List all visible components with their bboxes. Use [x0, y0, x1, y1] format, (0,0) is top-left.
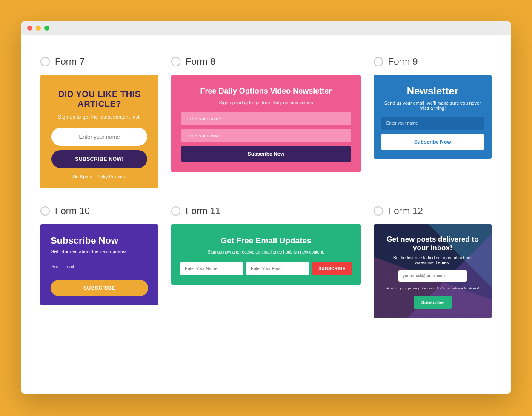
form-11-subtitle: Sign up now and receive an email once I … [180, 250, 351, 254]
form-8-title: Free Daily Options Video Newsletter [181, 87, 350, 96]
form-7-name-input[interactable] [51, 128, 147, 146]
select-form-12-radio[interactable] [374, 206, 383, 216]
form-9-subscribe-button[interactable]: Subscribe Now [381, 134, 484, 150]
form-12-title: Get new posts delivered to your inbox! [384, 235, 481, 252]
form-7-subtitle: Sign up to get the latest content first. [51, 114, 147, 120]
form-11-label: Form 11 [186, 205, 220, 217]
select-form-9-radio[interactable] [374, 57, 383, 66]
form-8-subscribe-button[interactable]: Subscribe Now [181, 146, 350, 162]
form-9-name-input[interactable] [381, 117, 484, 130]
form-8-subtitle: Sign up today to get free Daily options … [181, 100, 350, 105]
form-8-email-input[interactable] [181, 129, 350, 142]
minimize-icon[interactable] [36, 26, 41, 31]
gallery-item-form-12: Form 12 Get new posts delivered to your … [374, 205, 492, 318]
form-9-preview: Newsletter Send us your email, we'll mak… [374, 75, 492, 159]
form-7-subscribe-button[interactable]: SUBSCRIBE NOW! [51, 150, 147, 168]
form-11-email-input[interactable] [246, 262, 309, 275]
form-7-label: Form 7 [55, 56, 85, 67]
gallery-item-form-7: Form 7 DID YOU LIKE THIS ARTICLE? Sign u… [40, 56, 158, 188]
form-12-privacy-note: We value your privacy. Your email addres… [384, 286, 481, 290]
form-9-subtitle: Send us your email, we'll make sure you … [381, 100, 484, 111]
gallery-item-form-11: Form 11 Get Free Email Updates Sign up n… [171, 205, 360, 318]
form-10-title: Subscribe Now [51, 235, 148, 246]
form-9-label: Form 9 [388, 56, 418, 67]
select-form-10-radio[interactable] [40, 206, 50, 216]
form-11-name-input[interactable] [180, 262, 243, 275]
browser-window: Form 7 DID YOU LIKE THIS ARTICLE? Sign u… [21, 21, 511, 394]
form-12-email-input[interactable] [398, 270, 467, 282]
select-form-11-radio[interactable] [171, 206, 180, 216]
form-11-subscribe-button[interactable]: SUBSCRIBE [312, 262, 351, 275]
form-gallery: Form 7 DID YOU LIKE THIS ARTICLE? Sign u… [21, 35, 511, 339]
form-12-preview: Get new posts delivered to your inbox! B… [374, 224, 492, 318]
close-icon[interactable] [27, 26, 32, 31]
form-8-label: Form 8 [186, 56, 215, 67]
form-10-email-input[interactable] [51, 262, 148, 273]
form-9-title: Newsletter [381, 85, 484, 97]
window-titlebar [21, 21, 511, 35]
form-12-subtitle: Be the first one to find out more about … [384, 256, 481, 265]
form-7-title: DID YOU LIKE THIS ARTICLE? [51, 89, 147, 109]
form-10-preview: Subscribe Now Get informed about the nex… [40, 224, 158, 305]
form-11-preview: Get Free Email Updates Sign up now and r… [171, 224, 360, 285]
form-12-subscribe-button[interactable]: Subscribe [414, 296, 452, 309]
gallery-item-form-10: Form 10 Subscribe Now Get informed about… [40, 205, 158, 318]
form-10-subscribe-button[interactable]: SUBSCRIBE [51, 280, 148, 296]
form-7-footnote: No Spam - Pinky Promise [51, 174, 147, 179]
select-form-7-radio[interactable] [40, 57, 50, 66]
gallery-item-form-9: Form 9 Newsletter Send us your email, we… [374, 56, 492, 188]
form-10-subtitle: Get informed about the next updates [51, 249, 148, 254]
form-10-label: Form 10 [55, 205, 90, 217]
select-form-8-radio[interactable] [171, 57, 180, 66]
form-12-label: Form 12 [388, 205, 423, 217]
form-11-title: Get Free Email Updates [180, 236, 351, 245]
gallery-item-form-8: Form 8 Free Daily Options Video Newslett… [171, 56, 360, 188]
form-8-preview: Free Daily Options Video Newsletter Sign… [171, 75, 360, 172]
maximize-icon[interactable] [44, 26, 49, 31]
form-7-preview: DID YOU LIKE THIS ARTICLE? Sign up to ge… [40, 75, 158, 188]
form-8-name-input[interactable] [181, 112, 350, 125]
